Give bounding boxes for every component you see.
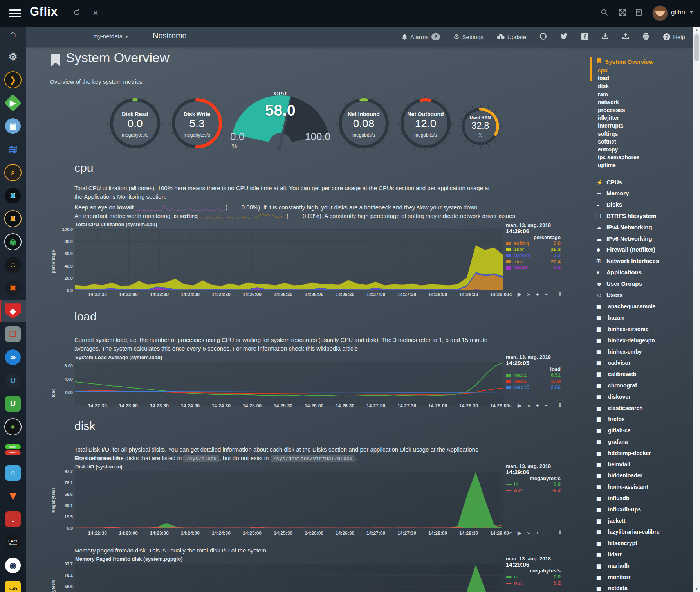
toc-app-bazarr[interactable]: ▦bazarr	[596, 315, 624, 321]
sidebar-app-app-x-teal[interactable]: ✕	[0, 185, 26, 206]
chart-toolbar-cpu[interactable]: «▶»+−	[509, 291, 553, 297]
avatar[interactable]	[652, 5, 668, 21]
toc-section-user-groups[interactable]: ☻User Groups	[596, 280, 642, 287]
toc-section-btrfs-filesystem[interactable]: ❏BTRFS filesystem	[596, 212, 657, 219]
hamburger-menu-icon[interactable]	[9, 9, 21, 17]
sidebar-app-plex[interactable]: ❯	[0, 69, 26, 90]
legend-row-out[interactable]: out-5.2	[506, 580, 561, 586]
chart-toolbar-disk[interactable]: «▶»+−	[509, 530, 553, 536]
sidebar-app-ubooquity[interactable]: U	[0, 370, 26, 391]
alarms-button[interactable]: Alarms 2	[402, 33, 440, 40]
print-button[interactable]	[642, 33, 650, 41]
sidebar-app-diskover[interactable]: ∴	[0, 254, 26, 275]
toc-app-influxdb-ups[interactable]: ▦influxdb-ups	[596, 506, 641, 513]
sidebar-app-sabnzbd[interactable]: sab	[0, 578, 26, 592]
import-button[interactable]	[622, 33, 629, 41]
toc-app-influxdb[interactable]: ▦influxdb	[596, 495, 629, 501]
toc-app-elasticsearch[interactable]: ▦elasticsearch	[596, 405, 643, 411]
search-icon[interactable]	[601, 9, 608, 18]
sidebar-app-app-x-orange[interactable]: ✕	[0, 208, 26, 229]
chart-resize-handle[interactable]: ⇕	[557, 529, 563, 536]
legend-row-in[interactable]: in0.0	[506, 574, 561, 579]
toc-app-calibreweb[interactable]: ▦calibreweb	[596, 371, 636, 377]
toc-app-grafana[interactable]: ▦grafana	[596, 439, 628, 445]
toc-app-mariadb[interactable]: ▦mariadb	[596, 563, 629, 569]
chart-tool-play[interactable]: ▶	[518, 291, 522, 297]
toc-item-processes[interactable]: processes	[598, 107, 625, 113]
twitter-button[interactable]	[560, 33, 568, 41]
sidebar-app-emby[interactable]: ▶	[0, 92, 26, 113]
toc-section-memory[interactable]: ▤Memory	[596, 190, 629, 196]
toc-item-interrupts[interactable]: interrupts	[598, 122, 623, 129]
toc-app-chronograf[interactable]: ▦chronograf	[596, 382, 637, 389]
toc-app-gitlab-ce[interactable]: ▦gitlab-ce	[596, 427, 631, 434]
toc-item-ram[interactable]: ram	[598, 91, 608, 97]
toc-app-jackett[interactable]: ▦jackett	[596, 518, 625, 524]
toc-app-cadvisor[interactable]: ▦cadvisor	[596, 360, 631, 366]
sidebar-app-gitlab[interactable]: ▼	[0, 486, 26, 507]
toc-app-lidarr[interactable]: ▦lidarr	[596, 551, 622, 558]
toc-system-overview[interactable]: System Overview	[597, 58, 653, 65]
chart-plot-cpu[interactable]	[75, 229, 503, 290]
toc-section-users[interactable]: ☺Users	[596, 292, 623, 298]
legend-row-iowait[interactable]: iowait0.0	[506, 265, 561, 270]
toc-app-letsencrypt[interactable]: ▦letsencrypt	[596, 540, 637, 546]
legend-row-user[interactable]: user35.3	[506, 247, 561, 252]
user-menu[interactable]: gilbn	[671, 9, 685, 16]
scrollbar-thumb[interactable]	[694, 34, 699, 61]
github-button[interactable]	[539, 32, 547, 41]
toc-app-monitorr[interactable]: ▦monitorr	[596, 574, 631, 580]
toc-app-binhex-delugevpn[interactable]: ▦binhex-delugevpn	[596, 337, 655, 344]
toc-item-softnet[interactable]: softnet	[598, 139, 616, 145]
scroll-up-icon[interactable]: ▲	[693, 27, 700, 33]
host-selector[interactable]: my-netdata▼	[93, 33, 129, 40]
close-icon[interactable]: ✕	[92, 9, 99, 18]
legend-row-system[interactable]: system2.3	[506, 252, 561, 258]
chart-plot-load[interactable]	[75, 362, 503, 406]
chart-tool-pan-forward[interactable]: »	[527, 530, 530, 536]
toc-item-uptime[interactable]: uptime	[598, 162, 616, 168]
legend-row-in[interactable]: in0.0	[506, 481, 561, 487]
legend-row-out[interactable]: out-5.3	[506, 488, 561, 493]
sidebar-app-nextcloud[interactable]: ∞	[0, 347, 26, 368]
chart-tool-pan-backward[interactable]: «	[509, 530, 512, 536]
sidebar-app-app-dark-green-oval[interactable]: ●	[0, 416, 26, 437]
chart-plot-pgpgio[interactable]	[75, 564, 503, 592]
legend-row-load5[interactable]: load52.68	[506, 378, 561, 384]
chart-tool-zoom-in[interactable]: +	[536, 291, 539, 297]
chart-tool-play[interactable]: ▶	[518, 530, 522, 536]
sidebar-app-grafana[interactable]: ✹	[0, 277, 26, 299]
chart-tool-zoom-out[interactable]: −	[545, 402, 548, 408]
toc-item-idlejitter[interactable]: idlejitter	[598, 115, 619, 121]
sidebar-app-home-assistant[interactable]: ⌂	[0, 462, 26, 484]
export-button[interactable]	[602, 33, 609, 41]
toc-app-binhex-airsonic[interactable]: ▦binhex-airsonic	[596, 326, 648, 332]
toc-section-firewall-netfilter-[interactable]: ◆Firewall (netfilter)	[596, 246, 655, 253]
chart-tool-zoom-out[interactable]: −	[545, 291, 548, 297]
toc-section-network-interfaces[interactable]: ⊞Network Interfaces	[596, 257, 659, 264]
facebook-button[interactable]	[581, 33, 588, 41]
chart-tool-pan-backward[interactable]: «	[509, 291, 512, 297]
sidebar-app-lazylibrarian[interactable]: LAZYlibrarian	[0, 532, 26, 553]
help-button[interactable]: ? Help	[663, 33, 685, 40]
fullscreen-icon[interactable]	[619, 9, 626, 18]
sidebar-app-app-drop[interactable]: ◉	[0, 555, 26, 576]
sidebar-app-active-shield-app[interactable]: ◆	[0, 300, 26, 322]
chart-tool-play[interactable]: ▶	[518, 402, 522, 408]
chart-resize-handle[interactable]: ⇕	[557, 290, 563, 297]
update-button[interactable]: Update	[497, 34, 526, 40]
toc-app-binhex-emby[interactable]: ▦binhex-emby	[596, 349, 642, 355]
gauge-net-inbound[interactable]: Net Inbound0.08megabits/s	[334, 94, 393, 153]
chart-tool-zoom-in[interactable]: +	[536, 402, 539, 408]
chart-tool-zoom-out[interactable]: −	[545, 530, 548, 536]
toc-app-hddtemp-docker[interactable]: ▦hddtemp-docker	[596, 450, 651, 456]
gauge-cpu[interactable]: CPU58.00.0100.0%	[229, 89, 332, 152]
toc-app-netdata[interactable]: ▦netdata	[596, 585, 628, 591]
chart-resize-handle[interactable]: ⇕	[557, 401, 563, 408]
toc-section-applications[interactable]: ♥Applications	[596, 269, 642, 275]
chart-tool-pan-backward[interactable]: «	[509, 402, 512, 408]
toc-item-load[interactable]: load	[598, 75, 609, 81]
chart-tool-zoom-in[interactable]: +	[536, 530, 539, 536]
legend-row-load1[interactable]: load16.51	[506, 372, 561, 378]
toc-item-disk[interactable]: disk	[598, 83, 609, 89]
